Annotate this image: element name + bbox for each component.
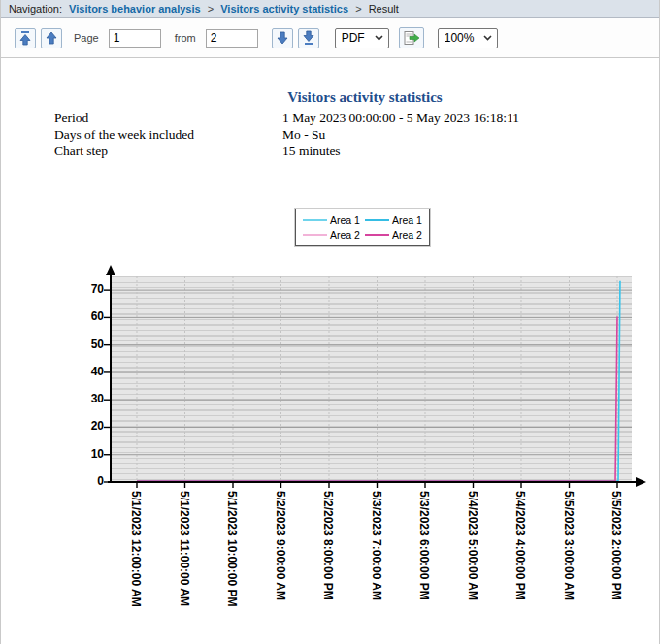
y-axis-label: 50	[63, 338, 104, 351]
x-axis-label: 5/3/2023 7:00:00 AM	[369, 491, 384, 600]
legend-line-swatch	[365, 219, 389, 221]
export-format-select[interactable]: PDF	[335, 28, 389, 48]
y-axis-label: 0	[63, 474, 104, 488]
days-label: Days of the week included	[54, 127, 194, 143]
period-value: 1 May 2023 00:00:00 - 5 May 2023 16:18:1…	[282, 111, 519, 126]
export-document-icon	[403, 30, 420, 46]
export-format-value: PDF	[342, 31, 365, 45]
page-label: Page	[74, 32, 99, 44]
page-title: Visitors activity statistics	[69, 89, 660, 106]
x-axis-label: 5/3/2023 6:00:00 PM	[416, 491, 432, 600]
x-axis-label: 5/4/2023 4:00:00 PM	[512, 491, 528, 600]
x-axis-label: 5/1/2023 11:00:00 AM	[177, 491, 192, 606]
chart: 0102030405060705/1/2023 12:00:00 AM5/1/2…	[1, 262, 660, 644]
breadcrumb-separator: >	[355, 3, 361, 15]
chevron-down-icon	[375, 35, 383, 41]
report-toolbar: Page from PDF 100%	[1, 18, 659, 58]
legend-item: Area 2	[303, 229, 360, 241]
x-axis-label: 5/4/2023 5:00:00 AM	[465, 491, 480, 600]
zoom-select[interactable]: 100%	[438, 28, 498, 48]
y-axis-label: 30	[63, 392, 104, 405]
period-label: Period	[54, 111, 88, 126]
breadcrumb: Navigation: Visitors behavior analysis >…	[1, 0, 659, 18]
x-axis-label: 5/2/2023 9:00:00 AM	[273, 491, 288, 600]
page-number-input[interactable]	[109, 29, 161, 48]
x-axis-label: 5/1/2023 12:00:00 AM	[128, 491, 144, 607]
legend-label: Area 1	[330, 214, 360, 226]
y-axis-label: 40	[63, 365, 104, 378]
legend-label: Area 1	[392, 214, 422, 226]
legend-line-swatch	[303, 219, 327, 221]
legend-label: Area 2	[330, 229, 360, 241]
chart-step-label: Chart step	[54, 144, 108, 159]
chevron-down-icon	[483, 35, 492, 41]
breadcrumb-prefix: Navigation:	[9, 3, 62, 15]
x-axis-label: 5/2/2023 8:00:00 PM	[320, 491, 336, 600]
y-axis-label: 70	[63, 282, 104, 296]
breadcrumb-current: Result	[369, 3, 399, 15]
first-page-button[interactable]	[15, 28, 36, 48]
arrow-down-bar-icon	[301, 30, 316, 46]
export-button[interactable]	[399, 27, 424, 48]
breadcrumb-link-activity-statistics[interactable]: Visitors activity statistics	[220, 3, 348, 15]
total-pages-input[interactable]	[206, 29, 258, 48]
days-value: Mo - Su	[282, 127, 325, 143]
chart-legend: Area 1Area 1Area 2Area 2	[295, 209, 430, 246]
breadcrumb-separator: >	[208, 3, 214, 15]
legend-item: Area 2	[365, 229, 422, 241]
arrow-down-icon	[275, 30, 290, 46]
previous-page-button[interactable]	[41, 28, 62, 48]
legend-label: Area 2	[392, 229, 422, 241]
x-axis-label: 5/5/2023 2:00:00 PM	[609, 491, 624, 600]
legend-item: Area 1	[365, 214, 422, 226]
legend-line-swatch	[303, 234, 327, 236]
chart-step-value: 15 minutes	[282, 144, 341, 159]
y-axis-label: 60	[63, 309, 104, 323]
last-page-button[interactable]	[298, 28, 319, 48]
legend-line-swatch	[365, 234, 389, 236]
from-label: from	[175, 32, 196, 44]
breadcrumb-link-behavior-analysis[interactable]: Visitors behavior analysis	[69, 3, 201, 15]
arrow-up-icon	[44, 30, 59, 46]
next-page-button[interactable]	[272, 28, 293, 48]
x-axis-label: 5/1/2023 10:00:00 PM	[224, 491, 240, 606]
arrow-up-bar-icon	[17, 30, 33, 46]
legend-item: Area 1	[303, 214, 360, 226]
y-axis-label: 10	[63, 447, 104, 461]
zoom-value: 100%	[445, 31, 475, 45]
x-axis-label: 5/5/2023 3:00:00 AM	[561, 491, 577, 600]
y-axis-label: 20	[63, 419, 104, 433]
